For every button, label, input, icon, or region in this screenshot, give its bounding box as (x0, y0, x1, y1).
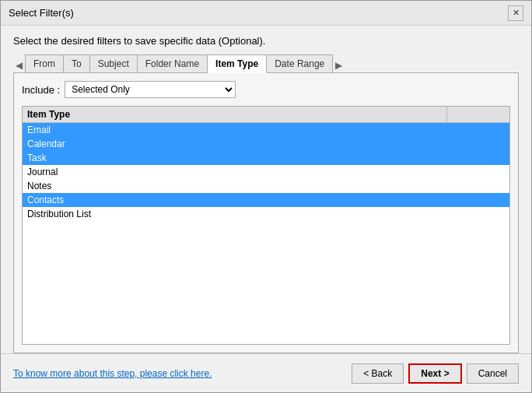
footer-buttons: < Back Next > Cancel (352, 363, 519, 384)
include-row: Include : Selected Only All None (22, 81, 510, 98)
close-button[interactable]: ✕ (508, 5, 523, 21)
tabs-container: From To Subject Folder Name Item Type Da… (25, 54, 333, 72)
list-item[interactable]: Calendar (23, 137, 509, 151)
item-type-list-items: Email Calendar Task Journal Notes Contac… (23, 123, 509, 221)
tab-from[interactable]: From (26, 55, 64, 72)
tab-panel-item-type: Include : Selected Only All None Item Ty… (13, 72, 519, 353)
tab-subject[interactable]: Subject (90, 55, 138, 72)
list-item[interactable]: Task (23, 151, 509, 165)
list-item[interactable]: Email (23, 123, 509, 137)
next-button[interactable]: Next > (408, 363, 461, 384)
item-type-list: Item Type Email Calendar Task Journal No… (22, 106, 510, 345)
tab-scroll-left-icon[interactable]: ◀ (13, 58, 25, 72)
dialog-title: Select Filter(s) (9, 7, 74, 19)
include-select[interactable]: Selected Only All None (65, 81, 236, 98)
list-item[interactable]: Journal (23, 165, 509, 179)
tab-item-type[interactable]: Item Type (208, 55, 267, 73)
tab-to[interactable]: To (64, 55, 90, 72)
back-button[interactable]: < Back (352, 363, 404, 384)
title-bar: Select Filter(s) ✕ (1, 1, 531, 26)
tab-scroll-right-icon[interactable]: ▶ (333, 58, 345, 72)
cancel-button[interactable]: Cancel (467, 363, 519, 384)
list-header-item-type: Item Type (23, 107, 447, 122)
list-header-empty (447, 107, 509, 122)
instruction-text: Select the desired filters to save speci… (13, 35, 519, 47)
list-header: Item Type (23, 107, 509, 123)
include-label: Include : (22, 84, 60, 96)
dialog-content: Select the desired filters to save speci… (1, 26, 531, 353)
list-item[interactable]: Notes (23, 179, 509, 193)
tabs-wrapper: ◀ From To Subject Folder Name Item Type … (13, 54, 519, 72)
tab-date-range[interactable]: Date Range (267, 55, 332, 72)
list-item[interactable]: Distribution List (23, 207, 509, 221)
select-filters-dialog: Select Filter(s) ✕ Select the desired fi… (0, 0, 532, 393)
tab-folder-name[interactable]: Folder Name (138, 55, 208, 72)
list-item[interactable]: Contacts (23, 193, 509, 207)
dialog-footer: To know more about this step, please cli… (1, 353, 531, 392)
help-link[interactable]: To know more about this step, please cli… (13, 368, 212, 379)
